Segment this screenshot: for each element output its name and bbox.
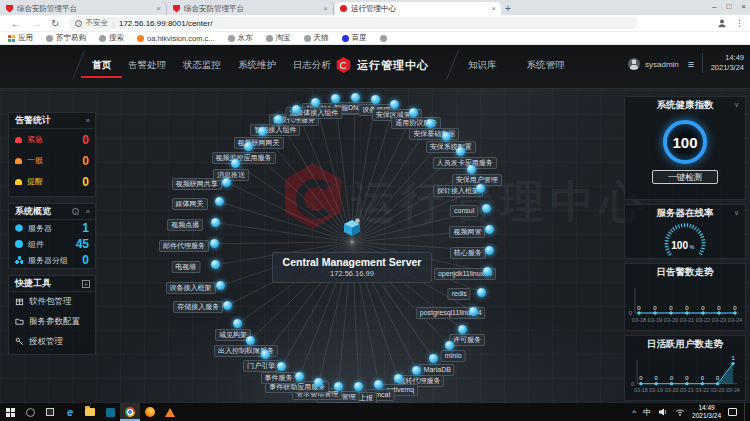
bookmark-item[interactable]: 应用 — [8, 33, 33, 43]
component-node[interactable]: 人员发卡应用服务 — [433, 157, 497, 169]
component-node[interactable]: 设备接入框架 — [166, 282, 216, 294]
alarm-stat-row[interactable]: 提醒0 — [9, 171, 95, 192]
component-dot[interactable] — [482, 204, 491, 213]
one-key-check-button[interactable]: 一键检测 — [652, 170, 718, 184]
browser-tab[interactable]: 综合安防管理平台× — [1, 2, 167, 15]
component-dot[interactable] — [467, 165, 476, 174]
component-node[interactable]: 消息推送 — [213, 169, 249, 181]
bookmark-item[interactable]: 搜索 — [99, 33, 124, 43]
minimize-button[interactable]: – — [712, 2, 716, 11]
component-dot[interactable] — [371, 95, 380, 104]
new-tab-button[interactable]: + — [501, 2, 515, 15]
overview-row[interactable]: 组件45 — [9, 236, 95, 252]
taskbar-ie-icon[interactable]: e — [60, 403, 80, 421]
component-node[interactable]: MariaDB — [420, 364, 455, 376]
profile-icon[interactable] — [717, 18, 727, 28]
browser-tab[interactable]: 综合安防管理平台× — [168, 2, 334, 15]
component-dot[interactable] — [261, 350, 270, 359]
bookmark-item[interactable]: 京东 — [228, 33, 253, 43]
component-dot[interactable] — [351, 93, 360, 102]
browser-menu-icon[interactable]: ⋮ — [735, 18, 744, 28]
show-desktop-button[interactable] — [744, 403, 747, 421]
component-node[interactable]: consul — [450, 205, 478, 217]
component-dot[interactable] — [426, 119, 435, 128]
component-dot[interactable] — [485, 225, 494, 234]
tool-item[interactable]: 服务参数配置 — [9, 312, 95, 332]
component-node[interactable]: 邮件代理服务 — [159, 240, 209, 252]
component-node[interactable]: 视频点播 — [167, 219, 203, 231]
component-node[interactable]: minio — [441, 350, 466, 362]
bookmark-item[interactable]: 苏宁易购 — [46, 33, 86, 43]
browser-tab[interactable]: 运行管理中心× — [335, 2, 501, 15]
site-info-icon[interactable]: i — [75, 20, 82, 27]
component-node[interactable]: 事件服务 — [261, 372, 297, 384]
component-node[interactable]: 存储接入服务 — [173, 301, 223, 313]
overview-row[interactable]: 服务器1 — [9, 220, 95, 236]
bookmark-item[interactable]: 天猫 — [304, 33, 329, 43]
bookmark-item[interactable]: 百度 — [342, 33, 367, 43]
bookmark-item[interactable]: oa.hikvision.com.c... — [137, 34, 215, 43]
bookmark-item[interactable] — [380, 35, 387, 42]
alarm-stat-row[interactable]: 紧急0 — [9, 129, 95, 150]
component-node[interactable]: 安保基础数据 — [409, 128, 459, 140]
component-dot[interactable] — [211, 218, 220, 227]
taskbar-store-icon[interactable] — [100, 403, 120, 421]
component-node[interactable]: 媒体网关 — [172, 198, 208, 210]
add-tool-icon[interactable]: + — [82, 280, 90, 288]
component-dot[interactable] — [334, 382, 343, 391]
bookmark-item[interactable]: 淘宝 — [266, 33, 291, 43]
taskbar-chrome-icon[interactable] — [120, 403, 140, 421]
taskbar-taskview-icon[interactable] — [40, 403, 60, 421]
overview-row[interactable]: 服务器分组0 — [9, 252, 95, 268]
component-dot[interactable] — [295, 372, 304, 381]
component-dot[interactable] — [216, 281, 225, 290]
component-dot[interactable] — [445, 341, 454, 350]
maximize-button[interactable]: □ — [726, 2, 731, 11]
back-icon[interactable]: ← — [11, 18, 21, 29]
taskbar-cortana-icon[interactable] — [20, 403, 40, 421]
taskbar-folder-icon[interactable] — [80, 403, 100, 421]
tray-chevron-icon[interactable]: ^ — [632, 408, 636, 417]
component-node[interactable]: 电视墙 — [171, 261, 200, 273]
component-node[interactable]: 安保系统配置 — [426, 141, 476, 153]
speaker-icon[interactable] — [658, 408, 668, 416]
component-dot[interactable] — [458, 325, 467, 334]
component-dot[interactable] — [483, 267, 492, 276]
component-dot[interactable] — [274, 115, 283, 124]
component-node[interactable]: 核心服务 — [450, 247, 486, 259]
component-dot[interactable] — [374, 380, 383, 389]
component-dot[interactable] — [412, 366, 421, 375]
component-dot[interactable] — [222, 178, 231, 187]
close-button[interactable]: × — [741, 2, 746, 11]
component-dot[interactable] — [210, 239, 219, 248]
alarm-stat-row[interactable]: 一般0 — [9, 150, 95, 171]
ime-indicator[interactable]: 中 — [643, 407, 651, 418]
tool-item[interactable]: 授权管理 — [9, 332, 95, 352]
component-dot[interactable] — [442, 132, 451, 141]
tab-close-icon[interactable]: × — [491, 4, 496, 13]
expand-arrow-icon[interactable]: » — [86, 113, 90, 128]
address-bar[interactable]: i 不安全 | 172.56.16.99:8001/center/ — [68, 17, 638, 29]
chevron-down-icon[interactable]: ∨ — [734, 97, 739, 113]
component-node[interactable]: redis — [448, 288, 471, 300]
component-node[interactable]: 视频联网网关 — [234, 137, 284, 149]
component-node[interactable]: 视频监控应用服务 — [212, 152, 276, 164]
component-node[interactable]: 许可服务 — [449, 334, 485, 346]
component-dot[interactable] — [477, 288, 486, 297]
action-center-icon[interactable] — [728, 408, 737, 416]
taskbar-vlc-icon[interactable] — [160, 403, 180, 421]
taskbar-clock[interactable]: 14:49 2021/3/24 — [692, 404, 721, 420]
component-dot[interactable] — [292, 105, 301, 114]
component-dot[interactable] — [246, 336, 255, 345]
component-node[interactable]: 门户引擎 — [243, 360, 279, 372]
taskbar-start-icon[interactable] — [0, 403, 20, 421]
reload-icon[interactable]: ↻ — [51, 18, 59, 29]
component-dot[interactable] — [244, 142, 253, 151]
component-node[interactable]: 视频网管 — [449, 226, 485, 238]
component-dot[interactable] — [311, 98, 320, 107]
component-dot[interactable] — [331, 94, 340, 103]
tab-close-icon[interactable]: × — [323, 4, 328, 13]
chevron-down-icon[interactable]: ∨ — [734, 205, 739, 221]
component-dot[interactable] — [469, 307, 478, 316]
tab-close-icon[interactable]: × — [156, 4, 161, 13]
